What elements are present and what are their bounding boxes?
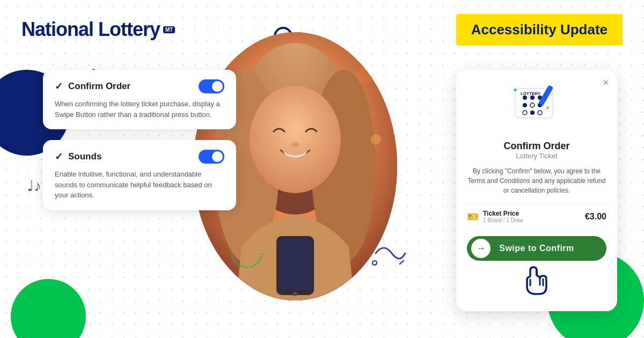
card1-toggle[interactable] — [199, 79, 224, 93]
svg-point-17 — [530, 95, 535, 100]
svg-point-13 — [370, 134, 381, 145]
modal-close-button[interactable]: × — [603, 77, 609, 89]
cards-area: ✓ Confirm Order When confirming the lott… — [43, 70, 236, 221]
ticket-info-left: 🎫 Ticket Price 1 Board / 1 Draw — [467, 210, 523, 223]
lottery-icon: ✦ LOTTERY — [467, 80, 606, 134]
ticket-sublabel: 1 Board / 1 Draw — [483, 217, 523, 223]
svg-text:✦: ✦ — [513, 86, 518, 94]
modal-subtitle: Lottery Ticket — [467, 152, 606, 160]
ticket-small-icon: 🎫 — [467, 211, 479, 223]
modal-description: By clicking "Confirm" below, you agree t… — [467, 166, 606, 195]
card2-toggle[interactable] — [199, 150, 224, 164]
swipe-confirm-button[interactable]: → Swipe to Confirm — [467, 236, 606, 261]
ticket-labels: Ticket Price 1 Board / 1 Draw — [483, 210, 523, 223]
svg-line-1 — [400, 261, 404, 264]
svg-point-22 — [523, 111, 527, 115]
svg-point-12 — [357, 67, 373, 83]
svg-point-10 — [293, 292, 297, 296]
svg-rect-9 — [279, 239, 311, 290]
hand-cursor-icon — [467, 266, 606, 300]
header: National Lottery MT Accessibility Update — [0, 0, 644, 59]
logo-trademark: MT — [163, 26, 175, 33]
card1-check-icon: ✓ — [55, 80, 63, 92]
card2-header-left: ✓ Sounds — [55, 151, 101, 163]
card2-description: Enable intuitive, functional, and unders… — [55, 169, 224, 201]
svg-point-20 — [530, 103, 535, 107]
logo-text: National Lottery — [21, 18, 160, 41]
swipe-arrow-circle: → — [471, 239, 491, 258]
card1-description: When confirming the lottery ticket purch… — [55, 99, 224, 120]
accessibility-badge: Accessibility Update — [456, 14, 623, 46]
svg-point-6 — [250, 86, 341, 193]
sounds-card: ✓ Sounds Enable intuitive, functional, a… — [43, 140, 236, 210]
card2-check-icon: ✓ — [55, 151, 63, 163]
card1-header: ✓ Confirm Order — [55, 79, 224, 93]
swipe-button-label: Swipe to Confirm — [499, 244, 574, 253]
ticket-label: Ticket Price — [483, 210, 523, 217]
confirm-order-modal: × ✦ LOTTERY Confirm Order Lottery Ticket… — [456, 70, 617, 311]
modal-ticket-row: 🎫 Ticket Price 1 Board / 1 Draw €3.00 — [467, 204, 606, 229]
card1-header-left: ✓ Confirm Order — [55, 80, 130, 92]
logo: National Lottery MT — [21, 18, 175, 41]
ticket-price: €3.00 — [585, 212, 606, 222]
svg-point-24 — [538, 111, 542, 115]
svg-point-23 — [530, 111, 535, 115]
svg-text:LOTTERY: LOTTERY — [521, 91, 541, 96]
card1-title: Confirm Order — [68, 81, 130, 92]
svg-point-16 — [523, 95, 527, 100]
svg-point-7 — [291, 142, 299, 148]
svg-point-19 — [523, 103, 527, 107]
modal-title: Confirm Order — [467, 141, 606, 152]
swipe-arrow-icon: → — [476, 243, 486, 254]
card2-header: ✓ Sounds — [55, 150, 224, 164]
accessibility-badge-text: Accessibility Update — [471, 21, 608, 38]
confirm-order-card: ✓ Confirm Order When confirming the lott… — [43, 70, 236, 129]
card2-title: Sounds — [68, 151, 101, 162]
